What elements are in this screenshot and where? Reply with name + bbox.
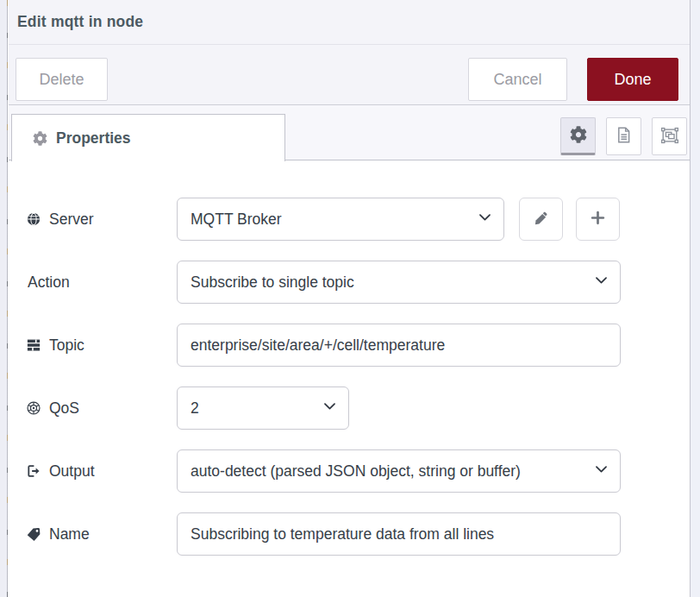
gear-icon [570, 126, 587, 146]
form-row-qos: QoS 2 [9, 386, 690, 430]
tray-toolbar: Delete Cancel Done [9, 45, 690, 105]
add-server-button[interactable] [576, 198, 620, 241]
tab-properties[interactable]: Properties [11, 114, 285, 161]
server-label: Server [9, 211, 177, 229]
object-group-icon [660, 126, 679, 148]
gear-icon [33, 131, 47, 146]
action-select[interactable]: Subscribe to single topic [177, 261, 621, 304]
qos-label: QoS [9, 399, 177, 418]
form-row-action: Action Subscribe to single topic [9, 261, 690, 304]
form-row-topic: Topic [9, 324, 690, 367]
server-select[interactable]: MQTT Broker [177, 198, 504, 241]
form-row-output: Output auto-detect (parsed JSON object, … [9, 449, 690, 493]
name-input[interactable] [177, 512, 621, 556]
topic-input[interactable] [177, 324, 621, 367]
file-text-icon [615, 126, 633, 147]
edit-node-tray: Edit mqtt in node Delete Cancel Done Pro… [0, 0, 700, 597]
name-label: Name [9, 525, 177, 544]
tasks-icon [26, 337, 41, 353]
cancel-button[interactable]: Cancel [468, 58, 567, 101]
qos-select[interactable]: 2 [177, 386, 349, 430]
pencil-icon [534, 211, 549, 229]
topic-label: Topic [9, 336, 177, 355]
appearance-tab-button[interactable] [652, 117, 687, 155]
sign-out-icon [26, 463, 41, 479]
tray-right-edge [690, 0, 700, 597]
done-button[interactable]: Done [587, 58, 678, 101]
empire-icon [26, 400, 41, 416]
tray-left-edge [0, 0, 8, 597]
chevron-down-icon [320, 398, 338, 418]
chevron-down-icon [591, 272, 609, 292]
action-label: Action [9, 273, 177, 292]
tray-header: Edit mqtt in node [9, 0, 690, 45]
form-row-server: Server MQTT Broker [9, 198, 690, 241]
output-select[interactable]: auto-detect (parsed JSON object, string … [177, 449, 621, 493]
tag-icon [26, 526, 41, 542]
globe-icon [26, 211, 41, 227]
tab-icon-buttons [560, 117, 687, 155]
plus-icon [590, 210, 606, 229]
properties-tab-button[interactable] [560, 117, 596, 155]
tab-properties-label: Properties [56, 129, 131, 148]
output-label: Output [9, 462, 177, 481]
dialog-title: Edit mqtt in node [17, 13, 143, 31]
chevron-down-icon [591, 461, 609, 481]
properties-form: Server MQTT Broker [9, 160, 690, 556]
form-row-name: Name [9, 512, 690, 556]
delete-button[interactable]: Delete [16, 58, 108, 101]
chevron-down-icon [475, 209, 493, 229]
description-tab-button[interactable] [606, 117, 641, 155]
edit-server-button[interactable] [519, 198, 563, 241]
tab-bar: Properties [9, 105, 690, 160]
